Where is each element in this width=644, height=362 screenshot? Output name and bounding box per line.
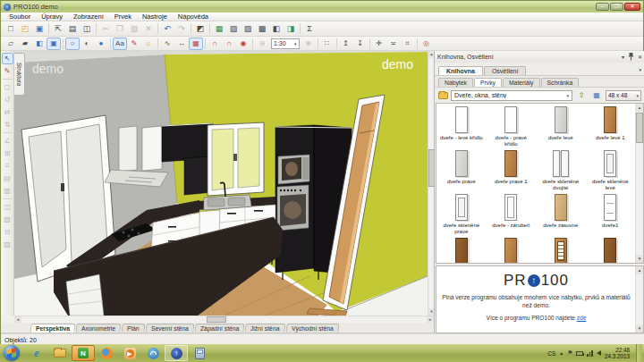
menu-napoveda[interactable]: Nápověda [174,13,213,21]
library-scrollbar[interactable]: ▲ ▼ [635,104,643,263]
scroll-up-icon[interactable]: ▲ [636,104,643,112]
show-desktop-button[interactable] [636,344,642,362]
list-item[interactable]: dveře3 [536,235,586,264]
tab-zapadni-stena[interactable]: Západní stěna [194,324,245,333]
list-item[interactable]: dveře levé 1 [586,104,636,147]
media-player-taskbar-button[interactable]: ▶ [118,345,141,361]
list-item[interactable]: dveře skleněné pravé [436,191,487,235]
power-icon[interactable] [576,351,583,356]
list-item[interactable]: dveře2 [487,235,537,264]
tool-10-button[interactable]: ▤ [2,173,13,184]
promo-scrollbar[interactable]: ▲ ▼ [635,266,643,333]
tool-5-button[interactable]: ⇄ [2,106,13,118]
scroll-up-icon[interactable]: ▲ [636,266,643,274]
move-up-button[interactable]: ↥ [339,38,353,50]
explorer-taskbar-button[interactable] [48,345,72,361]
tab-jizni-stena[interactable]: Jižní stěna [245,324,286,333]
show-text-button[interactable]: Aa [113,38,127,50]
scale-combobox[interactable]: 1:30 ▾ [271,38,300,49]
folder-up-button[interactable]: ⇧ [575,89,588,101]
tool-4-button[interactable]: ↺ [2,94,13,105]
target-point-button[interactable]: ◎ [419,38,434,50]
contour-mode-3-button[interactable]: ● [94,38,108,50]
start-button[interactable] [4,345,20,361]
list-item[interactable]: dveře4 [586,235,636,264]
magnet-1-button[interactable]: ∩ [208,38,222,50]
tab-materialy[interactable]: Materiály [503,78,540,87]
tab-axonometrie[interactable]: Axonometrie [76,324,122,333]
panel-toggle-3-button[interactable]: ▨ [241,22,255,35]
menu-soubor[interactable]: Soubor [4,13,35,21]
pen-tool-button[interactable]: ✎ [127,38,141,50]
export-button[interactable]: ⇱ [51,22,65,35]
magnet-2-button[interactable]: ∩ [222,38,236,50]
list-item[interactable]: dveře - zárubeň [487,191,537,235]
title-bar[interactable]: ↑ PRO100 demo – ❐ ✕ [1,1,643,13]
magnet-3-button[interactable]: ◉ [236,38,250,50]
maximize-button[interactable]: ❐ [610,3,623,11]
tool-9-button[interactable]: ≡ [2,160,13,172]
firefox-taskbar-button[interactable] [95,345,118,361]
tab-prvky[interactable]: Prvky [474,78,502,87]
level-button[interactable]: ⌗ [401,38,415,50]
panel-toggle-4-button[interactable]: ▩ [255,22,269,35]
print-preview-button[interactable]: ◫ [80,22,94,35]
tab-severni-stena[interactable]: Severní stěna [145,324,194,333]
tab-nabytek[interactable]: Nábytek [438,78,473,87]
select-tool-button[interactable]: ↖ [2,53,13,64]
contour-mode-2-button[interactable]: ◐ [80,38,94,50]
zoom-in-button[interactable]: ⊕ [301,38,316,50]
menu-upravy[interactable]: Úpravy [37,13,67,21]
panel-toggle-library-button[interactable]: ▦ [212,22,226,35]
zoom-out-button[interactable]: ⊖ [255,38,269,50]
pro100-taskbar-button[interactable]: ↑ [165,345,188,361]
network-app-taskbar-button[interactable] [141,345,165,361]
selection-mode-button[interactable]: ∷ [320,38,335,50]
ie-taskbar-button[interactable]: e [25,345,48,361]
tool-7-button[interactable]: ∠ [2,135,13,147]
save-project-button[interactable]: ▣ [32,22,47,35]
view-wireframe-button[interactable]: ▱ [4,38,18,50]
menu-prvek[interactable]: Prvek [110,13,136,21]
contour-mode-1-button[interactable]: ○ [65,38,80,50]
new-document-button[interactable]: □ [4,22,18,35]
viewport-horizontal-scrollbar[interactable]: ◄ ► [14,316,434,323]
horizontal-scroll-thumb[interactable] [207,316,226,323]
tab-plan[interactable]: Plán [122,324,146,333]
taskbar-clock[interactable]: 22:48 24.3.2013 [605,347,632,359]
promo-link[interactable]: zde [577,315,587,321]
redo-button[interactable]: ↷ [174,22,189,35]
list-item[interactable]: dveře skleněné dvojité [536,147,586,191]
undo-button[interactable]: ↶ [160,22,174,35]
dimensions-button[interactable]: ↔ [174,38,189,50]
material-tool-button[interactable]: ✎ [2,65,13,77]
move-down-button[interactable]: ↧ [353,38,368,50]
list-item[interactable]: dveře zasuvné [536,191,586,235]
struktura-side-tab[interactable]: Struktura [14,53,25,96]
tab-osvetleni[interactable]: Osvětlení [484,66,527,75]
view-hidden-line-button[interactable]: ▰ [18,38,32,50]
list-item[interactable]: dveře pravé 1 [487,147,537,191]
list-item[interactable]: dveře - pravé křídlo [487,104,537,147]
menu-zobrazeni[interactable]: Zobrazení [69,13,108,21]
tool-15-button[interactable]: ▨ [2,239,13,250]
curve-button[interactable]: ∿ [160,38,174,50]
list-item[interactable]: dveře pravé [436,147,487,191]
align-button[interactable]: ≍ [386,38,401,50]
library-scroll-thumb[interactable] [636,113,643,143]
paste-button[interactable]: ▥ [127,22,141,35]
thumbnail-size-combobox[interactable]: 48 x 48 ▾ [606,90,641,101]
grid-button[interactable]: ▦ [189,38,203,50]
view-solid-button[interactable]: ◧ [32,38,47,50]
view-solid-edges-button[interactable]: ▣ [47,38,61,50]
properties-dialog-button[interactable]: ◩ [193,22,208,35]
open-project-button[interactable]: ◰ [18,22,32,35]
calculator-taskbar-button[interactable] [188,345,211,361]
volume-icon[interactable] [597,350,601,356]
list-item[interactable]: dveře levé [536,104,586,147]
copy-button[interactable]: ❐ [113,22,127,35]
scroll-down-icon[interactable]: ▼ [636,324,643,333]
tool-14-button[interactable]: ⊟ [2,226,13,238]
panel-title-bar[interactable]: Knihovna, Osvětlení ▾ ✕ [435,51,644,63]
panel-close-icon[interactable]: ✕ [638,54,642,60]
